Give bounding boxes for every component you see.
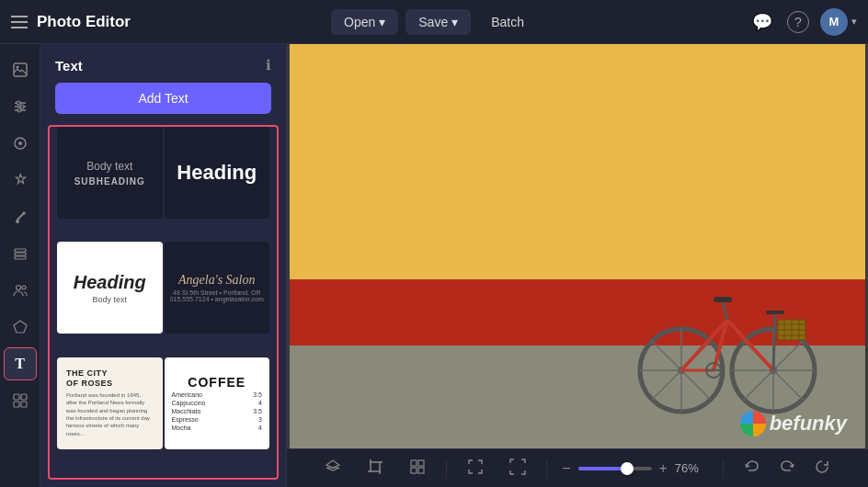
app-header: Photo Editor Open ▾ Save ▾ Batch 💬 ? M ▾ [0, 0, 868, 44]
svg-point-13 [16, 286, 20, 290]
coffee-row-mocha: Mocha4 [172, 425, 263, 431]
canvas-area: befunky − [287, 44, 868, 487]
canvas-wrapper[interactable]: befunky [287, 44, 868, 448]
grid-bottom-icon[interactable] [404, 455, 431, 482]
canvas-image: befunky [290, 44, 865, 448]
save-button[interactable]: Save ▾ [405, 9, 471, 35]
main-content: T Text ℹ Add Text Body text SUBHEADING H… [0, 44, 868, 487]
sidebar-icon-paint[interactable] [4, 200, 37, 233]
svg-rect-18 [14, 402, 19, 407]
panel-header: Text ℹ [40, 44, 286, 83]
template-card-bodytext[interactable]: Body text SUBHEADING [57, 127, 163, 219]
chat-icon[interactable]: 💬 [748, 8, 776, 36]
divider3 [723, 459, 724, 478]
city-body: Portland was founded in 1845, after the … [66, 391, 154, 437]
info-icon[interactable]: ℹ [266, 57, 271, 74]
heading-dark-label: Heading [177, 161, 257, 185]
svg-point-5 [17, 101, 20, 105]
svg-rect-16 [14, 394, 19, 400]
divider2 [546, 459, 547, 478]
reset-icon[interactable] [808, 455, 836, 482]
undo-redo [738, 455, 836, 482]
svg-marker-49 [326, 460, 339, 468]
template-card-heading-light[interactable]: Heading Body text [57, 242, 163, 334]
sidebar-icon-people[interactable] [4, 274, 37, 307]
sidebar-icon-effects[interactable] [4, 127, 37, 160]
svg-rect-0 [14, 63, 27, 76]
header-right: 💬 ? M ▾ [537, 8, 857, 36]
sidebar-icon-image[interactable] [4, 53, 37, 86]
svg-rect-58 [411, 468, 417, 473]
sidebar-icon-touch[interactable] [4, 164, 37, 197]
svg-point-1 [16, 66, 18, 69]
svg-rect-39 [766, 311, 784, 314]
zoom-out-button[interactable]: − [562, 460, 570, 477]
svg-rect-10 [15, 249, 26, 252]
svg-rect-37 [714, 297, 732, 302]
svg-rect-56 [411, 460, 417, 466]
open-button[interactable]: Open ▾ [331, 9, 398, 35]
open-chevron: ▾ [379, 15, 385, 29]
salon-subtitle: 48 St 5th Street • Portland, OR015.555.7… [170, 289, 264, 302]
template-grid: Body text SUBHEADING Heading Heading Bod… [48, 125, 279, 480]
sidebar-icon-templates[interactable] [4, 384, 37, 417]
svg-marker-15 [14, 321, 27, 333]
subheading-label: SUBHEADING [74, 176, 145, 187]
salon-title: Angela's Salon [178, 273, 256, 288]
redo-icon[interactable] [773, 455, 801, 482]
body-text-light: Body text [92, 295, 127, 304]
watermark-dot [740, 411, 766, 436]
city-title: THE CITYOF ROSES [66, 368, 113, 389]
sidebar-icon-text[interactable]: T [4, 347, 37, 380]
panel-title: Text [55, 58, 83, 74]
text-panel: Text ℹ Add Text Body text SUBHEADING Hea… [40, 44, 287, 487]
sidebar-icon-adjustments[interactable] [4, 90, 37, 123]
zoom-percent: 76% [675, 461, 708, 475]
header-left: Photo Editor [11, 13, 331, 31]
zoom-slider[interactable] [578, 467, 652, 470]
template-card-city[interactable]: THE CITYOF ROSES Portland was founded in… [57, 357, 163, 449]
template-card-salon[interactable]: Angela's Salon 48 St 5th Street • Portla… [165, 242, 270, 334]
heading-light-label: Heading [74, 272, 146, 293]
coffee-row-macchiato: Macchiato3.5 [172, 408, 263, 414]
menu-icon[interactable] [11, 16, 28, 28]
svg-line-60 [510, 459, 525, 474]
text-letter: T [15, 356, 25, 372]
zoom-slider-fill [578, 467, 622, 470]
watermark-text: befunky [770, 412, 847, 436]
svg-rect-19 [21, 402, 27, 407]
help-icon[interactable]: ? [787, 11, 809, 33]
svg-rect-51 [371, 462, 380, 471]
bicycle-svg [626, 260, 828, 416]
add-text-button[interactable]: Add Text [55, 83, 271, 114]
fullscreen-icon[interactable] [504, 455, 531, 482]
watermark: befunky [740, 411, 847, 436]
svg-point-7 [17, 108, 21, 112]
zoom-in-button[interactable]: + [659, 460, 668, 477]
template-card-coffee[interactable]: COFFEE Americano3.5 Cappuccino4 Macchiat… [165, 357, 270, 449]
svg-rect-17 [21, 394, 27, 400]
coffee-row-cappuccino: Cappuccino4 [172, 400, 263, 406]
bottom-bar: − + 76% [287, 448, 868, 487]
fit-icon[interactable] [462, 455, 489, 482]
undo-icon[interactable] [738, 455, 766, 482]
save-chevron: ▾ [451, 15, 458, 29]
avatar: M [820, 8, 848, 36]
open-label: Open [344, 15, 375, 29]
divider [446, 459, 447, 478]
sidebar-icon-graphics[interactable] [4, 311, 37, 344]
save-label: Save [418, 15, 448, 29]
user-menu[interactable]: M ▾ [820, 8, 857, 36]
template-card-heading-dark[interactable]: Heading [165, 127, 270, 219]
zoom-controls: − + 76% [562, 460, 708, 477]
svg-point-6 [20, 105, 24, 108]
svg-rect-57 [418, 460, 424, 466]
svg-rect-59 [418, 468, 424, 473]
svg-line-36 [723, 301, 727, 320]
batch-button[interactable]: Batch [478, 9, 537, 35]
sidebar-icon-layers[interactable] [4, 237, 37, 270]
crop-bottom-icon[interactable] [361, 455, 389, 482]
svg-marker-50 [326, 468, 339, 470]
coffee-row-espresso: Espresso3 [172, 416, 263, 423]
layers-bottom-icon[interactable] [319, 455, 347, 482]
